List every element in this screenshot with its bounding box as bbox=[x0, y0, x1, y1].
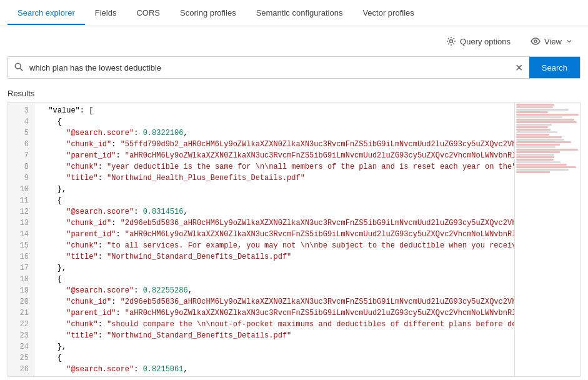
toolbar: Query options View bbox=[0, 26, 588, 56]
minimap-line bbox=[516, 144, 560, 146]
json-results-container: 3456789101112131415161718192021222324252… bbox=[7, 102, 581, 377]
search-button[interactable]: Search bbox=[529, 57, 580, 78]
minimap-line bbox=[516, 114, 579, 116]
chevron-down-icon bbox=[566, 38, 573, 45]
line-number: 10 bbox=[8, 184, 34, 195]
json-line: "chunk": "to all services. For example, … bbox=[39, 240, 575, 251]
json-line: "title": "Northwind_Health_Plus_Benefits… bbox=[39, 172, 575, 184]
results-label: Results bbox=[0, 86, 588, 102]
json-line: }, bbox=[39, 262, 575, 274]
minimap-line bbox=[516, 126, 548, 128]
svg-point-2 bbox=[15, 63, 21, 69]
tab-scoring-profiles[interactable]: Scoring profiles bbox=[170, 2, 246, 25]
json-line: { bbox=[39, 274, 575, 285]
view-button[interactable]: View bbox=[526, 34, 578, 49]
minimap-line bbox=[516, 116, 562, 118]
minimap-line bbox=[516, 121, 577, 123]
line-number: 5 bbox=[8, 128, 34, 139]
minimap-line bbox=[516, 146, 556, 148]
query-options-button[interactable]: Query options bbox=[441, 34, 516, 49]
line-number: 15 bbox=[8, 240, 34, 251]
line-number: 8 bbox=[8, 161, 34, 172]
minimap-line bbox=[516, 154, 554, 156]
line-number: 20 bbox=[8, 296, 34, 308]
minimap-line bbox=[516, 151, 560, 153]
json-line: "@search.score": 0.8215061, bbox=[39, 364, 575, 375]
minimap-line bbox=[516, 171, 550, 173]
tab-vector-profiles[interactable]: Vector profiles bbox=[352, 2, 424, 25]
line-number: 3 bbox=[8, 105, 34, 116]
minimap-line bbox=[516, 131, 557, 133]
json-line: }, bbox=[39, 184, 575, 195]
json-content[interactable]: "value": [ { "@search.score": 0.8322106,… bbox=[34, 102, 580, 376]
json-line: "chunk": "year deductible is the same fo… bbox=[39, 161, 575, 172]
line-number: 22 bbox=[8, 319, 34, 330]
line-number: 4 bbox=[8, 116, 34, 128]
svg-point-0 bbox=[450, 40, 453, 43]
json-line: "@search.score": 0.82255286, bbox=[39, 285, 575, 296]
line-number: 25 bbox=[8, 352, 34, 364]
minimap-line bbox=[516, 159, 554, 161]
query-options-label: Query options bbox=[460, 37, 511, 46]
line-number: 21 bbox=[8, 308, 34, 319]
svg-point-1 bbox=[534, 40, 537, 42]
line-numbers: 3456789101112131415161718192021222324252… bbox=[8, 102, 34, 376]
json-line: "@search.score": 0.8314516, bbox=[39, 206, 575, 218]
tab-cors[interactable]: CORS bbox=[126, 2, 170, 25]
minimap-line bbox=[516, 109, 569, 111]
line-number: 13 bbox=[8, 218, 34, 229]
nav-tabs: Search explorerFieldsCORSScoring profile… bbox=[0, 0, 588, 26]
json-line: }, bbox=[39, 341, 575, 352]
tab-semantic-configurations[interactable]: Semantic configurations bbox=[246, 2, 353, 25]
json-line: "parent_id": "aHR0cHM6Ly9oZWlkaXZXN0Zlka… bbox=[39, 229, 575, 240]
minimap-line bbox=[516, 149, 578, 151]
minimap-line bbox=[516, 139, 564, 141]
minimap-line bbox=[516, 169, 569, 171]
line-number: 26 bbox=[8, 364, 34, 375]
line-number: 6 bbox=[8, 139, 34, 150]
line-number: 9 bbox=[8, 172, 34, 184]
line-number: 27 bbox=[8, 375, 34, 376]
line-number: 18 bbox=[8, 274, 34, 285]
line-number: 24 bbox=[8, 341, 34, 352]
json-line: "title": "Northwind_Standard_Benefits_De… bbox=[39, 330, 575, 341]
minimap-line bbox=[516, 141, 571, 143]
minimap-line bbox=[516, 124, 552, 126]
minimap-line bbox=[516, 136, 562, 138]
line-number: 16 bbox=[8, 251, 34, 262]
json-line: "@search.score": 0.8322106, bbox=[39, 128, 575, 139]
minimap bbox=[514, 102, 580, 376]
search-icon bbox=[8, 62, 29, 73]
minimap-line bbox=[516, 164, 567, 166]
json-line: { bbox=[39, 116, 575, 128]
line-number: 14 bbox=[8, 229, 34, 240]
json-line: { bbox=[39, 352, 575, 364]
clear-button[interactable]: ✕ bbox=[509, 62, 529, 74]
tab-search-explorer[interactable]: Search explorer bbox=[7, 2, 85, 25]
json-line: { bbox=[39, 195, 575, 206]
tab-fields[interactable]: Fields bbox=[85, 2, 127, 25]
minimap-line bbox=[516, 106, 553, 108]
minimap-line bbox=[516, 104, 554, 106]
minimap-line bbox=[516, 129, 551, 131]
search-bar: ✕ Search bbox=[7, 56, 581, 79]
gear-icon bbox=[446, 36, 456, 46]
line-number: 11 bbox=[8, 195, 34, 206]
view-label: View bbox=[544, 37, 562, 46]
minimap-line bbox=[516, 134, 549, 136]
search-input[interactable] bbox=[29, 63, 509, 72]
json-line: "chunk_id": "2d96eb5d5836_aHR0cHM6Ly9oZW… bbox=[39, 296, 575, 308]
line-number: 12 bbox=[8, 206, 34, 218]
json-line: "chunk": "should compare the \n\nout-of-… bbox=[39, 319, 575, 330]
json-line: "value": [ bbox=[39, 105, 575, 116]
json-line: "parent_id": "aHR0cHM6Ly9oZWlkaXZXN0Zlka… bbox=[39, 150, 575, 161]
line-number: 17 bbox=[8, 262, 34, 274]
minimap-line bbox=[516, 166, 576, 168]
svg-line-3 bbox=[20, 68, 22, 71]
minimap-line bbox=[516, 119, 574, 121]
json-line: "chunk_id": "2d96eb5d5836_aHR0cHM6Ly9oZW… bbox=[39, 218, 575, 229]
line-number: 19 bbox=[8, 285, 34, 296]
minimap-line bbox=[516, 111, 548, 113]
json-line: "chunk_id": "55ffd790d9b2_aHR0cHM6Ly9oZW… bbox=[39, 375, 575, 376]
json-line: "parent_id": "aHR0cHM6Ly9oZWlkaXZXN0Zlka… bbox=[39, 308, 575, 319]
